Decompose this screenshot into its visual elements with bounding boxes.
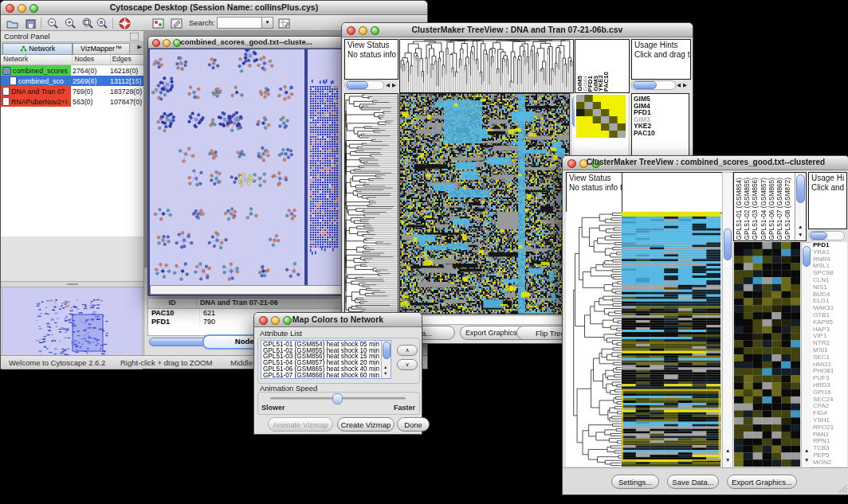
column-label[interactable]: GPL51-02 (GSM855) (744, 178, 750, 240)
column-label[interactable]: GPL51-08 (GSM872) (784, 178, 791, 240)
gene-label[interactable]: VIP1 (811, 333, 847, 340)
gene-label[interactable]: CLN1 (811, 277, 847, 284)
gene-label[interactable]: PUF3 (811, 375, 847, 382)
float-panel-icon[interactable] (130, 33, 139, 41)
zoom-fit-icon[interactable] (95, 17, 110, 30)
tv2-vscrollbar[interactable]: ▲ ▼ (722, 172, 733, 468)
zoom-in-icon[interactable] (63, 17, 78, 30)
tab-vizmapper[interactable]: VizMapper™ (73, 43, 130, 54)
column-label[interactable]: GPL51-01 (GSM854) (736, 178, 742, 240)
gene-label[interactable]: CPA2 (811, 403, 847, 410)
tv1-correlation-heatmap[interactable] (576, 95, 626, 138)
tv1-viewstatus-scrollbar[interactable]: ◀▶ (344, 80, 397, 90)
open-file-icon[interactable] (5, 17, 20, 30)
gene-label[interactable]: FIG4 (811, 410, 847, 417)
gene-label[interactable]: HAP3 (811, 326, 847, 334)
gene-label[interactable]: MON2 (811, 459, 847, 467)
gene-label[interactable]: KAP95 (811, 319, 847, 326)
gene-label[interactable]: PAC10 (632, 130, 689, 137)
gene-label[interactable]: SEC24 (811, 397, 847, 404)
move-attribute-down-button[interactable]: ∨ (397, 359, 418, 370)
network-tree-row[interactable]: combined_sco2569(6)13112(15) (1, 76, 143, 86)
gene-label[interactable]: GIM3 (632, 116, 689, 123)
tab-overflow-arrow[interactable]: ▶ (138, 44, 142, 50)
vizmapper-icon[interactable] (151, 17, 166, 30)
gene-label[interactable]: RNR4 (811, 256, 847, 264)
treeview1-titlebar[interactable]: ClusterMaker TreeView : DNA and Tran 07-… (342, 23, 693, 37)
gene-label[interactable]: RPO21 (811, 424, 847, 432)
tv1-usagehints-scrollbar[interactable]: ◀▶ (631, 80, 689, 90)
search-dropdown-button[interactable]: ▼ (261, 17, 273, 29)
gene-label[interactable]: YKE2 (632, 123, 689, 130)
help-lifesaver-icon[interactable] (117, 17, 132, 30)
zoom-out-icon[interactable] (45, 17, 61, 30)
save-icon[interactable] (23, 17, 38, 30)
treeview2-titlebar[interactable]: ClusterMaker TreeView : combined_scores_… (563, 156, 848, 170)
tv2-save-data-button[interactable]: Save Data... (667, 475, 719, 489)
gene-label[interactable]: PHO81 (811, 368, 847, 375)
network-tree-row[interactable]: DNA and Tran 07769(0)183728(0) (1, 86, 143, 96)
network-tree-row[interactable]: RNAPuberNov2+I563(0)107847(0) (1, 96, 143, 107)
network-canvas[interactable] (150, 49, 304, 285)
gene-label[interactable]: PAN1 (811, 432, 847, 439)
search-input[interactable] (217, 17, 263, 29)
gene-label[interactable]: GIM5 (632, 96, 689, 103)
attribute-browser-icon[interactable] (277, 17, 292, 30)
zoom-selected-icon[interactable] (80, 17, 96, 30)
gene-label[interactable]: ELG1 (811, 298, 847, 305)
splitter-handle[interactable] (67, 283, 78, 285)
attribute-list-item[interactable]: GPL51-07 (GSM868) heat shock 60 min (263, 373, 391, 379)
gene-label[interactable]: GPI16 (811, 389, 847, 397)
gene-label[interactable]: YSH1 (811, 417, 847, 424)
network-grid-canvas[interactable] (308, 49, 341, 285)
tv2-labels-scrollbar[interactable]: ▲ ▼ (795, 173, 806, 240)
gene-label[interactable]: RPN1 (811, 438, 847, 445)
gene-label[interactable]: GIM4 (632, 103, 689, 110)
tv2-usagehints-scrollbar[interactable] (808, 230, 846, 240)
gene-label[interactable]: SPC98 (811, 270, 847, 277)
network-tree-row[interactable]: combined_scores2764(0)16218(0) (1, 65, 143, 76)
network-hscrollbar[interactable] (150, 285, 343, 295)
gene-label[interactable]: HRD3 (811, 382, 847, 389)
attribute-list-scrollbar[interactable]: ▲ ▼ (381, 341, 391, 378)
column-label[interactable]: PAC10 (603, 72, 610, 92)
gene-label[interactable]: NIS1 (811, 284, 847, 291)
tv2-heatmap[interactable] (622, 212, 720, 467)
tv2-export-graphics-button[interactable]: Export Graphics... (727, 475, 797, 489)
column-label[interactable]: GPL51-04 (GSM857) (760, 178, 767, 240)
gene-label[interactable]: YRA1 (811, 249, 847, 256)
tv2-summary-heatmap[interactable] (734, 242, 800, 467)
gene-label[interactable]: PFD1 (632, 109, 689, 116)
gene-label[interactable]: PEP5 (811, 452, 847, 459)
gene-label[interactable]: BUD4 (811, 291, 847, 299)
gene-label[interactable]: PFD1 (811, 242, 847, 249)
dialog-titlebar[interactable]: Map Colors to Network (254, 313, 422, 327)
animate-vizmap-button[interactable]: Animate Vizmap (268, 417, 333, 432)
attribute-listbox[interactable]: GPL51-01 (GSM854) heat shock 05 minGPL51… (261, 340, 391, 379)
tv1-heatmap[interactable] (399, 93, 570, 315)
gene-label[interactable]: NTR2 (811, 340, 847, 347)
tv2-settings-button[interactable]: Settings... (611, 475, 659, 489)
slider-thumb[interactable] (332, 393, 343, 404)
gene-label[interactable]: MAK31 (811, 305, 847, 312)
tv2-row-dendrogram[interactable] (566, 212, 622, 467)
gene-label[interactable]: SEC1 (811, 354, 847, 361)
create-vizmap-button[interactable]: Create Vizmap (337, 417, 395, 432)
gene-label[interactable]: MSL1 (811, 263, 847, 270)
gene-label[interactable]: MSI1 (811, 347, 847, 354)
column-label[interactable]: GPL51-03 (GSM856) (752, 178, 758, 240)
gene-label[interactable]: TCB3 (811, 445, 847, 452)
tv1-column-dendrogram[interactable] (399, 39, 574, 93)
tv2-column-tree-area[interactable] (622, 172, 723, 213)
gene-label[interactable]: GTB1 (811, 312, 847, 319)
annotation-icon[interactable] (169, 17, 184, 30)
tab-network[interactable]: Network (2, 43, 73, 54)
network-view-titlebar[interactable]: combined_scores_good.txt--cluste... (148, 37, 344, 49)
column-label[interactable]: GPL51-06 (GSM865) (768, 178, 775, 240)
main-titlebar[interactable]: Cytoscape Desktop (Session Name: collins… (1, 1, 427, 15)
resize-grip-icon[interactable] (839, 485, 847, 493)
gene-label[interactable]: HMG1 (811, 361, 847, 369)
tv2-genes-scrollbar[interactable]: ▲ ▼ (801, 242, 812, 468)
move-attribute-up-button[interactable]: ∧ (397, 345, 418, 356)
done-button[interactable]: Done (397, 417, 430, 432)
